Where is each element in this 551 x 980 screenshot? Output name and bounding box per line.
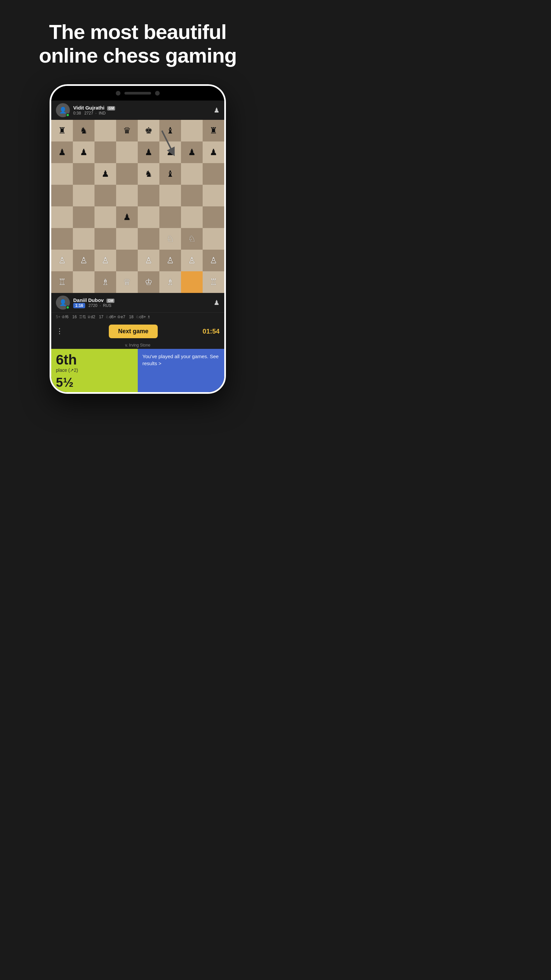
board-cell[interactable] (116, 250, 138, 271)
chess-piece: ♝ (167, 169, 174, 178)
board-cell[interactable]: ♜ (51, 120, 73, 142)
top-player-piece-icon: ♟ (214, 106, 220, 114)
board-cell[interactable] (181, 163, 203, 185)
board-cell[interactable]: ♛ (116, 120, 138, 142)
board-cell[interactable]: ♟ (159, 142, 181, 163)
dots-menu[interactable]: ⋮ (56, 327, 64, 336)
board-cell[interactable]: ♖ (203, 271, 224, 293)
bottom-player-name-row: Daniil Dubov GM (73, 297, 114, 303)
board-cell[interactable] (203, 228, 224, 250)
board-cell[interactable]: ♟ (51, 142, 73, 163)
board-cell[interactable]: ♟ (181, 142, 203, 163)
board-cell[interactable] (51, 228, 73, 250)
board-cell[interactable] (116, 185, 138, 206)
board-cell[interactable] (116, 142, 138, 163)
board-cell[interactable] (94, 142, 116, 163)
board-cell[interactable]: ♜ (203, 120, 224, 142)
next-game-button[interactable]: Next game (109, 325, 158, 338)
board-cell[interactable] (203, 163, 224, 185)
board-cell[interactable]: ♙ (51, 250, 73, 271)
board-cell[interactable] (138, 228, 159, 250)
board-cell[interactable]: ♙ (138, 250, 159, 271)
board-cell[interactable]: ♙ (73, 250, 94, 271)
board-cell[interactable] (73, 271, 94, 293)
board-cell[interactable] (116, 228, 138, 250)
board-cell[interactable]: ♚ (138, 120, 159, 142)
move-chip-1: 5+ ♔f6 (56, 315, 68, 319)
board-cell[interactable] (73, 206, 94, 228)
board-cell[interactable] (181, 206, 203, 228)
board-cell[interactable]: ♞ (138, 163, 159, 185)
chess-piece: ♖ (58, 278, 66, 286)
phone-frame: 👤 Vidit Gujrathi GM 0:38 2727 · IND (49, 84, 226, 394)
phone-mockup: 👤 Vidit Gujrathi GM 0:38 2727 · IND (0, 84, 275, 394)
chess-piece: ♘ (167, 234, 174, 243)
board-cell[interactable]: ♘ (181, 228, 203, 250)
chess-piece: ♟ (145, 148, 152, 156)
board-cell[interactable]: ♔ (138, 271, 159, 293)
top-player-bar: 👤 Vidit Gujrathi GM 0:38 2727 · IND (51, 100, 224, 120)
board-cell[interactable]: ♟ (203, 142, 224, 163)
stats-blue-panel[interactable]: You've played all your games. See result… (138, 349, 224, 392)
board-cell[interactable] (159, 206, 181, 228)
board-cell[interactable]: ♝ (159, 120, 181, 142)
board-cell[interactable] (73, 228, 94, 250)
board-cell[interactable] (51, 185, 73, 206)
board-cell[interactable] (51, 206, 73, 228)
chess-piece: ♟ (167, 148, 174, 156)
board-cell[interactable] (116, 163, 138, 185)
board-cell[interactable] (51, 163, 73, 185)
chess-piece: ♜ (210, 126, 217, 135)
chess-piece: ♗ (167, 278, 174, 286)
notch-bar (124, 92, 151, 94)
board-cell[interactable]: ♖ (51, 271, 73, 293)
top-player-avatar-wrapper: 👤 (56, 103, 70, 117)
board-cell[interactable] (94, 228, 116, 250)
chess-piece: ♘ (188, 234, 195, 243)
board-cell[interactable] (94, 120, 116, 142)
chess-piece: ♟ (58, 148, 66, 156)
board-cell[interactable]: ♗ (94, 271, 116, 293)
board-cell[interactable] (73, 185, 94, 206)
board-cell[interactable]: ♞ (73, 120, 94, 142)
board-cell[interactable] (94, 206, 116, 228)
hero-title: The most beautiful online chess gaming (13, 20, 262, 68)
front-camera (116, 91, 121, 95)
board-cell[interactable] (138, 206, 159, 228)
board-cell[interactable] (203, 185, 224, 206)
bottom-player-meta: 1:16 2720 · RUS (73, 303, 114, 308)
board-cell[interactable] (181, 185, 203, 206)
chess-piece: ♞ (80, 126, 87, 135)
board-cell[interactable] (181, 120, 203, 142)
move-chip-3: 17 ♘d6+ ♔e7 (98, 315, 125, 319)
chess-piece: ♟ (210, 148, 217, 156)
board-cell[interactable]: ♙ (94, 250, 116, 271)
stats-row: 6th place (↗2) 5½ You've played all your… (51, 349, 224, 392)
board-cell[interactable] (181, 271, 203, 293)
board-cell[interactable] (73, 163, 94, 185)
top-player-details: Vidit Gujrathi GM 0:38 2727 · IND (73, 105, 115, 116)
board-cell[interactable] (159, 185, 181, 206)
board-cell[interactable]: ♟ (116, 206, 138, 228)
board-cell[interactable]: ♙ (203, 250, 224, 271)
board-cell[interactable]: ♗ (159, 271, 181, 293)
bottom-player-online-indicator (66, 305, 70, 309)
board-cell[interactable] (94, 185, 116, 206)
board-cell[interactable]: ♙ (181, 250, 203, 271)
board-cell[interactable]: ♙ (159, 250, 181, 271)
chess-piece: ♟ (123, 213, 131, 221)
board-cell[interactable]: ♘ (159, 228, 181, 250)
board-cell[interactable]: ♕ (116, 271, 138, 293)
board-cell[interactable]: ♝ (159, 163, 181, 185)
chess-piece: ♞ (145, 169, 152, 178)
chess-piece: ♚ (145, 126, 152, 135)
bottom-player-details: Daniil Dubov GM 1:16 2720 · RUS (73, 297, 114, 308)
move-chip-2: 16 ♖f1 ♕d2 (71, 315, 95, 319)
top-player-meta: 0:38 2727 · IND (73, 111, 115, 116)
board-cell[interactable]: ♟ (73, 142, 94, 163)
board-cell[interactable]: ♟ (138, 142, 159, 163)
board-cell[interactable]: ♟ (94, 163, 116, 185)
chess-piece: ♕ (123, 278, 131, 286)
board-cell[interactable] (203, 206, 224, 228)
board-cell[interactable] (138, 185, 159, 206)
